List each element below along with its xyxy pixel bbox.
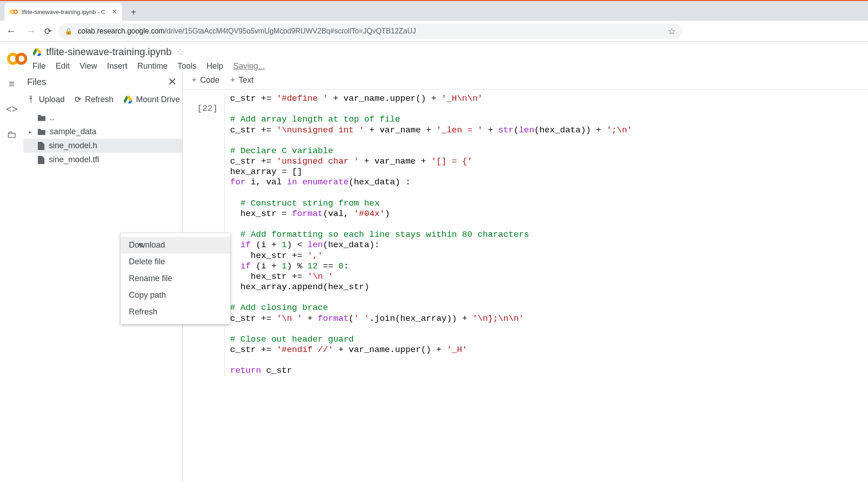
tab-title: tflite-sinewave-training.ipynb - C bbox=[22, 9, 108, 15]
context-copy-path[interactable]: Copy path bbox=[121, 287, 230, 304]
body-row: ≡ <> 🗀 Files ✕ ⭱Upload ⟳Refresh Mount Dr… bbox=[0, 71, 868, 481]
folder-icon bbox=[37, 128, 46, 136]
menu-view[interactable]: View bbox=[80, 61, 97, 71]
context-download[interactable]: Download bbox=[121, 237, 230, 253]
lock-icon: 🔒 bbox=[65, 28, 72, 35]
file-icon bbox=[37, 155, 45, 164]
files-toolbar: ⭱Upload ⟳Refresh Mount Drive bbox=[24, 91, 182, 109]
colab-header: tflite-sinewave-training.ipynb ☆ File Ed… bbox=[0, 42, 868, 71]
add-code-button[interactable]: +Code bbox=[192, 75, 220, 85]
close-icon[interactable]: ✕ bbox=[112, 8, 118, 16]
menu-tools[interactable]: Tools bbox=[178, 61, 197, 71]
upload-button[interactable]: ⭱Upload bbox=[27, 95, 65, 104]
refresh-icon: ⟳ bbox=[75, 94, 81, 104]
file-icon bbox=[37, 141, 45, 150]
files-header: Files ✕ bbox=[24, 71, 182, 91]
context-rename[interactable]: Rename file bbox=[121, 270, 230, 287]
context-refresh[interactable]: Refresh bbox=[121, 304, 230, 320]
browser-tab[interactable]: tflite-sinewave-training.ipynb - C ✕ bbox=[5, 3, 122, 21]
context-menu: Download Delete file Rename file Copy pa… bbox=[120, 233, 231, 324]
nav-bar: ← → ⟳ 🔒 colab.research.google.com/drive/… bbox=[0, 21, 868, 42]
folder-icon bbox=[37, 114, 46, 122]
notebook-title[interactable]: tflite-sinewave-training.ipynb bbox=[46, 46, 172, 58]
forward-button[interactable]: → bbox=[24, 25, 38, 37]
tree-parent-dir[interactable]: .. bbox=[24, 111, 182, 125]
title-area: tflite-sinewave-training.ipynb ☆ File Ed… bbox=[33, 45, 862, 71]
add-text-button[interactable]: +Text bbox=[231, 75, 254, 85]
reload-button[interactable]: ⟳ bbox=[44, 26, 52, 37]
saving-status: Saving... bbox=[233, 61, 265, 71]
chevron-right-icon[interactable]: ▸ bbox=[29, 129, 33, 135]
code-snippets-icon[interactable]: <> bbox=[6, 103, 18, 115]
plus-icon: + bbox=[192, 75, 197, 85]
menu-bar: File Edit View Insert Runtime Tools Help… bbox=[33, 58, 862, 71]
left-rail: ≡ <> 🗀 bbox=[0, 71, 24, 481]
url-text: colab.research.google.com/drive/15GtaAcc… bbox=[78, 27, 416, 35]
main-area: +Code +Text [22] c_str += '#define ' + v… bbox=[183, 71, 868, 481]
tree-sine-model-tflite[interactable]: sine_model.tfl bbox=[24, 153, 182, 167]
drive-icon bbox=[33, 48, 42, 56]
svg-point-3 bbox=[17, 54, 26, 63]
code-editor[interactable]: c_str += '#define ' + var_name.upper() +… bbox=[224, 94, 859, 376]
toc-icon[interactable]: ≡ bbox=[9, 78, 15, 90]
svg-marker-8 bbox=[128, 101, 132, 103]
plus-icon: + bbox=[231, 75, 236, 85]
files-title: Files bbox=[27, 77, 168, 87]
menu-edit[interactable]: Edit bbox=[56, 61, 70, 71]
upload-icon: ⭱ bbox=[27, 95, 35, 104]
context-delete[interactable]: Delete file bbox=[121, 253, 230, 270]
files-icon[interactable]: 🗀 bbox=[7, 129, 17, 141]
menu-runtime[interactable]: Runtime bbox=[137, 61, 168, 71]
menu-help[interactable]: Help bbox=[207, 61, 223, 71]
address-bar[interactable]: 🔒 colab.research.google.com/drive/15GtaA… bbox=[58, 23, 682, 39]
svg-marker-5 bbox=[37, 53, 42, 56]
tree-sine-model-h[interactable]: sine_model.h bbox=[24, 139, 182, 153]
colab-logo-icon bbox=[7, 49, 27, 69]
file-tree: .. ▸ sample_data sine_model.h sine_model… bbox=[24, 109, 182, 169]
tab-strip: tflite-sinewave-training.ipynb - C ✕ + bbox=[0, 1, 868, 21]
new-tab-button[interactable]: + bbox=[127, 5, 140, 19]
menu-insert[interactable]: Insert bbox=[107, 61, 127, 71]
star-notebook-icon[interactable]: ☆ bbox=[176, 47, 184, 57]
title-row: tflite-sinewave-training.ipynb ☆ bbox=[33, 45, 862, 58]
refresh-button[interactable]: ⟳Refresh bbox=[75, 94, 113, 104]
svg-point-1 bbox=[14, 10, 18, 14]
drive-icon bbox=[123, 95, 132, 103]
main-toolbar: +Code +Text bbox=[183, 71, 868, 90]
mount-drive-button[interactable]: Mount Drive bbox=[123, 95, 180, 104]
colab-favicon-icon bbox=[10, 8, 18, 16]
files-panel: Files ✕ ⭱Upload ⟳Refresh Mount Drive .. … bbox=[24, 71, 183, 481]
menu-file[interactable]: File bbox=[33, 61, 46, 71]
tree-sample-data[interactable]: ▸ sample_data bbox=[24, 125, 182, 139]
bookmark-star-icon[interactable]: ☆ bbox=[668, 26, 676, 37]
back-button[interactable]: ← bbox=[5, 25, 18, 37]
code-cell[interactable]: [22] c_str += '#define ' + var_name.uppe… bbox=[183, 90, 868, 376]
close-panel-icon[interactable]: ✕ bbox=[168, 75, 177, 88]
